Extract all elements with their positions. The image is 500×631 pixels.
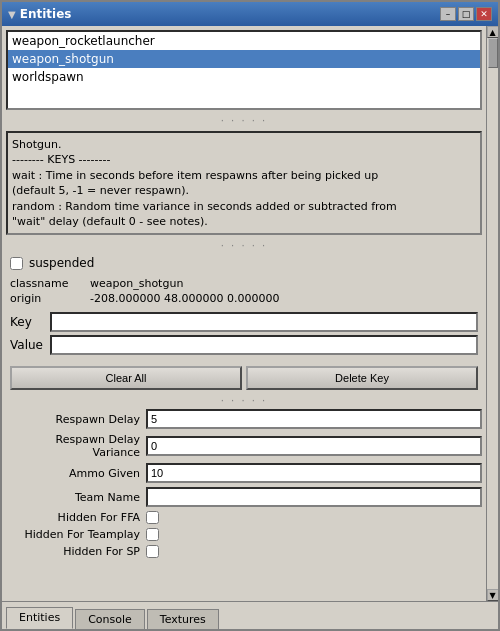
title-bar: ▼ Entities – □ ✕ [2,2,498,26]
suspended-checkbox[interactable] [10,257,23,270]
field-label: Hidden For SP [6,545,146,558]
main-content: weapon_rocketlauncherweapon_shotgunworld… [2,26,486,601]
field-row: Respawn Delay [6,409,482,429]
value-row: Value [10,335,478,355]
field-label: Hidden For FFA [6,511,146,524]
maximize-button[interactable]: □ [458,7,474,21]
title-bar-controls: – □ ✕ [440,7,492,21]
delete-key-button[interactable]: Delete Key [246,366,478,390]
field-label: Respawn Delay [6,413,146,426]
field-label: Respawn Delay Variance [6,433,146,459]
value-input[interactable] [50,335,478,355]
field-checkbox-input[interactable] [146,528,159,541]
key-value-section: Key Value [10,312,478,358]
field-text-input[interactable] [146,436,482,456]
divider-1: · · · · · [2,115,486,126]
tab-console[interactable]: Console [75,609,145,629]
field-row: Team Name [6,487,482,507]
buttons-row: Clear All Delete Key [10,366,478,390]
fields-section: Respawn DelayRespawn Delay VarianceAmmo … [6,409,482,599]
entity-item[interactable]: worldspawn [8,68,480,86]
description-box: Shotgun.-------- KEYS --------wait : Tim… [6,131,482,235]
right-scrollbar[interactable]: ▲ ▼ [486,26,498,601]
key-row: Key [10,312,478,332]
divider-2: · · · · · [2,240,486,251]
property-row: classnameweapon_shotgun [6,276,482,291]
field-row: Hidden For FFA [6,511,482,524]
field-row: Respawn Delay Variance [6,433,482,459]
suspended-row: suspended [10,256,478,270]
clear-all-button[interactable]: Clear All [10,366,242,390]
value-label: Value [10,338,50,352]
scroll-thumb[interactable] [488,38,498,68]
minimize-button[interactable]: – [440,7,456,21]
scroll-track [487,38,499,589]
scroll-down-arrow[interactable]: ▼ [487,589,499,601]
title-bar-left: ▼ Entities [8,7,71,21]
prop-key: classname [10,277,90,290]
field-checkbox-input[interactable] [146,545,159,558]
field-label: Hidden For Teamplay [6,528,146,541]
main-body: weapon_rocketlauncherweapon_shotgunworld… [2,26,498,601]
prop-key: origin [10,292,90,305]
field-row: Hidden For Teamplay [6,528,482,541]
tab-entities[interactable]: Entities [6,607,73,629]
field-text-input[interactable] [146,463,482,483]
field-row: Hidden For SP [6,545,482,558]
field-text-input[interactable] [146,409,482,429]
field-label: Team Name [6,491,146,504]
divider-3: · · · · · [2,395,486,406]
properties-table: classnameweapon_shotgunorigin-208.000000… [6,276,482,306]
window-title: Entities [20,7,72,21]
field-row: Ammo Given [6,463,482,483]
field-checkbox-input[interactable] [146,511,159,524]
field-text-input[interactable] [146,487,482,507]
window-icon: ▼ [8,9,16,20]
entity-list[interactable]: weapon_rocketlauncherweapon_shotgunworld… [6,30,482,110]
main-window: ▼ Entities – □ ✕ weapon_rocketlauncherwe… [0,0,500,631]
prop-value: weapon_shotgun [90,277,183,290]
key-label: Key [10,315,50,329]
tab-textures[interactable]: Textures [147,609,219,629]
entity-item[interactable]: weapon_rocketlauncher [8,32,480,50]
prop-value: -208.000000 48.000000 0.000000 [90,292,279,305]
property-row: origin-208.000000 48.000000 0.000000 [6,291,482,306]
key-input[interactable] [50,312,478,332]
field-label: Ammo Given [6,467,146,480]
tab-bar: EntitiesConsoleTextures [2,601,498,629]
scroll-up-arrow[interactable]: ▲ [487,26,499,38]
close-button[interactable]: ✕ [476,7,492,21]
suspended-label: suspended [29,256,94,270]
entity-item[interactable]: weapon_shotgun [8,50,480,68]
